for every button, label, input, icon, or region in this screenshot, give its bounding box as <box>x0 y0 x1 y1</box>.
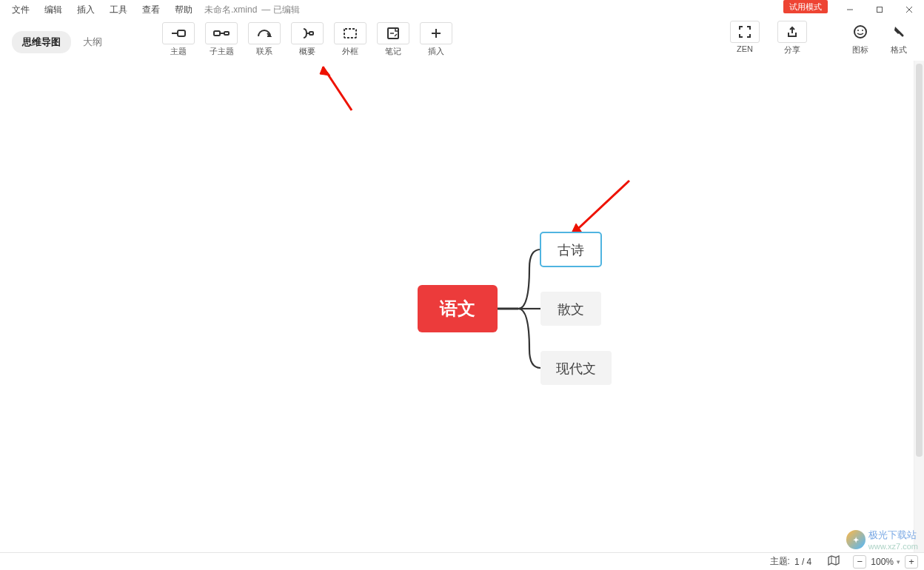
menu-file[interactable]: 文件 <box>4 0 37 19</box>
child-topic-0-text: 古诗 <box>558 243 584 258</box>
tool-format-label: 格式 <box>891 44 907 56</box>
menu-insert[interactable]: 插入 <box>70 0 102 19</box>
tool-summary-label: 概要 <box>299 46 315 57</box>
tool-note[interactable]: 笔记 <box>372 22 415 57</box>
summary-icon <box>299 27 315 40</box>
status-topic-index: 1 / 4 <box>794 557 811 567</box>
annotation-arrow-node <box>570 181 629 236</box>
branch-to-child-0 <box>518 249 540 309</box>
tool-strip: 主题 子主题 联系 概要 外框 笔记 插入 <box>157 22 458 57</box>
zoom-out-button[interactable]: − <box>853 555 866 569</box>
window-maximize-button[interactable] <box>865 0 894 19</box>
child-topic-2-text: 现代文 <box>556 361 596 376</box>
tool-share[interactable]: 分享 <box>774 21 810 56</box>
map-icon <box>828 555 840 566</box>
menu-tools[interactable]: 工具 <box>102 0 135 19</box>
statusbar: 主题: 1 / 4 − 100% ▾ + <box>0 552 924 570</box>
vertical-scrollbar[interactable] <box>914 61 924 552</box>
zoom-in-button[interactable]: + <box>905 555 918 569</box>
tool-topic[interactable]: 主题 <box>157 22 200 57</box>
vertical-scroll-thumb[interactable] <box>916 64 923 457</box>
tool-insert[interactable]: 插入 <box>415 22 458 57</box>
insert-plus-icon <box>430 27 442 39</box>
window-controls <box>835 0 924 19</box>
child-topic-1-text: 散文 <box>558 302 584 317</box>
child-topic-0[interactable]: 古诗 <box>540 232 601 266</box>
canvas-svg: 语文 古诗 散文 现代文 <box>0 61 914 552</box>
tool-subtopic-label: 子主题 <box>210 46 234 57</box>
svg-rect-6 <box>214 31 220 36</box>
share-icon <box>786 25 799 38</box>
view-tabs: 思维导图 大纲 <box>12 31 113 53</box>
tool-subtopic[interactable]: 子主题 <box>200 22 243 57</box>
tool-boundary-label: 外框 <box>342 46 358 57</box>
status-sheet-icon[interactable] <box>828 555 840 568</box>
menu-help[interactable]: 帮助 <box>167 0 200 19</box>
tool-icons[interactable]: 图标 <box>843 21 878 56</box>
tool-share-label: 分享 <box>784 44 800 56</box>
svg-point-16 <box>854 26 866 38</box>
menu-view[interactable]: 查看 <box>135 0 167 19</box>
child-topic-2[interactable]: 现代文 <box>540 351 612 385</box>
window-close-button[interactable] <box>894 0 924 19</box>
toolbar: 思维导图 大纲 主题 子主题 联系 概要 外框 笔记 <box>0 19 924 61</box>
close-icon <box>905 6 913 13</box>
svg-point-17 <box>857 30 859 31</box>
document-dirty-status: — 已编辑 <box>261 4 299 16</box>
tool-zen[interactable]: ZEN <box>727 21 763 56</box>
topic-icon <box>170 27 187 39</box>
child-topic-1[interactable]: 散文 <box>540 292 601 326</box>
menubar: 文件 编辑 插入 工具 查看 帮助 未命名.xmind — 已编辑 试用模式 <box>0 0 924 19</box>
central-topic[interactable]: 语文 <box>418 285 498 332</box>
svg-rect-11 <box>344 29 356 38</box>
tool-boundary[interactable]: 外框 <box>329 22 372 57</box>
svg-rect-4 <box>178 30 185 36</box>
tab-mindmap[interactable]: 思维导图 <box>12 31 71 53</box>
mindmap-canvas[interactable]: 语文 古诗 散文 现代文 <box>0 61 914 552</box>
annotation-arrow-toolbar <box>320 67 352 110</box>
note-icon <box>386 27 400 40</box>
tab-outline[interactable]: 大纲 <box>73 31 113 53</box>
zoom-value[interactable]: 100% <box>871 557 894 567</box>
tool-relationship[interactable]: 联系 <box>243 22 286 57</box>
format-brush-icon <box>891 24 906 39</box>
smiley-icon <box>853 24 868 39</box>
tool-icons-label: 图标 <box>852 44 868 56</box>
zen-icon <box>738 25 751 38</box>
relation-icon <box>256 27 272 39</box>
status-topic-label: 主题: <box>770 555 790 568</box>
tool-insert-label: 插入 <box>428 46 444 57</box>
svg-rect-1 <box>877 7 883 13</box>
tool-note-label: 笔记 <box>385 46 401 57</box>
toolbar-right: ZEN 分享 图标 格式 <box>727 21 917 56</box>
maximize-icon <box>876 6 883 13</box>
trial-mode-badge: 试用模式 <box>783 0 828 13</box>
menu-edit[interactable]: 编辑 <box>37 0 70 19</box>
zoom-dropdown-caret[interactable]: ▾ <box>897 558 900 566</box>
boundary-icon <box>343 27 358 39</box>
tool-format[interactable]: 格式 <box>881 21 917 56</box>
tool-topic-label: 主题 <box>170 46 187 57</box>
tool-summary[interactable]: 概要 <box>286 22 329 57</box>
svg-point-18 <box>862 30 863 31</box>
tool-zen-label: ZEN <box>737 44 753 53</box>
svg-marker-20 <box>320 67 330 76</box>
subtopic-icon <box>212 27 230 39</box>
svg-rect-10 <box>309 32 313 35</box>
svg-rect-8 <box>224 32 229 35</box>
branch-to-child-2 <box>518 309 540 368</box>
window-minimize-button[interactable] <box>835 0 865 19</box>
tool-relationship-label: 联系 <box>256 46 272 57</box>
document-filename: 未命名.xmind <box>204 4 257 16</box>
minimize-icon <box>846 6 854 13</box>
central-topic-text: 语文 <box>439 298 475 318</box>
